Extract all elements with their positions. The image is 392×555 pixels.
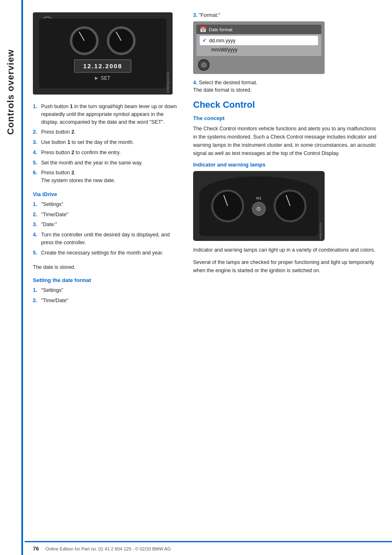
- step-text-1: Push button 1 in the turn signal/high be…: [41, 103, 181, 126]
- indicator-para2: Several of the lamps are checked for pro…: [193, 258, 380, 275]
- date-option-1: ✓ dd.mm.yyyy: [200, 36, 318, 45]
- step-text-6: Press button 2.The system stores the new…: [41, 169, 181, 185]
- idrive-num-2: 2.: [33, 211, 39, 219]
- setting-step-2: 2. "Time/Date": [33, 297, 181, 305]
- setting-num-1: 1.: [33, 287, 39, 294]
- engine-icon: ⚙: [256, 206, 261, 212]
- step-text-4: Press button 2 to confirm the entry.: [41, 149, 181, 157]
- the-concept-heading: The concept: [193, 115, 380, 121]
- idrive-num-5: 5.: [33, 249, 39, 257]
- step-num-1: 1.: [33, 103, 39, 126]
- date-stored-text: The date is stored.: [33, 263, 181, 271]
- main-steps-list: 1. Push button 1 in the turn signal/high…: [33, 103, 181, 185]
- calendar-icon: 📅: [200, 26, 206, 32]
- via-idrive-heading: Via iDrive: [33, 191, 181, 197]
- cluster-inner: M1 ⚙: [199, 176, 318, 236]
- checkmark-icon: ✓: [202, 37, 207, 44]
- date-display: 12.12.2008: [74, 59, 131, 73]
- setting-num-2: 2.: [33, 297, 39, 305]
- idrive-text-5: Create the necessary settings for the mo…: [41, 249, 181, 257]
- step-2: 2. Press button 2.: [33, 128, 181, 136]
- idrive-num-3: 3.: [33, 221, 39, 229]
- sidebar-accent: [21, 0, 23, 555]
- gauge-right: [107, 26, 136, 55]
- format-step: 3. "Format:": [193, 12, 380, 18]
- step-text-2: Press button 2.: [41, 128, 181, 136]
- date-option-2: mm/dd/yyyy: [200, 45, 318, 54]
- page-number: 76: [33, 546, 39, 552]
- setting-date-list: 1. "Settings" 2. "Time/Date": [33, 287, 181, 305]
- idrive-step-5: 5. Create the necessary settings for the…: [33, 249, 181, 257]
- idrive-step-2: 2. "Time/Date": [33, 211, 181, 219]
- cluster-image: M1 ⚙ mc0114a04: [193, 171, 325, 241]
- set-label: SET: [101, 75, 110, 81]
- format-step-label: "Format:": [199, 12, 220, 18]
- round-btn-inner: [201, 62, 206, 67]
- cluster-gauge-right: [274, 190, 307, 222]
- step-num-6: 6.: [33, 169, 39, 185]
- step-5: 5. Set the month and the year in the sam…: [33, 159, 181, 167]
- main-content: 12.12.2008 SET mc210849e4 1. Push button…: [25, 0, 392, 324]
- set-indicator: SET: [95, 75, 110, 81]
- gauge-left: [70, 26, 99, 55]
- step-4: 4. Press button 2 to confirm the entry.: [33, 149, 181, 157]
- cluster-center-icon: ⚙: [252, 202, 266, 216]
- step-text-5: Set the month and the year in the same w…: [41, 159, 181, 167]
- round-controller-btn: [198, 59, 210, 71]
- sidebar: Controls overview: [0, 0, 21, 555]
- setting-step-1: 1. "Settings": [33, 287, 181, 294]
- image-caption: mc210849e4: [166, 72, 170, 93]
- check-control-title: Check Control: [193, 99, 380, 110]
- dashboard-image: 12.12.2008 SET mc210849e4: [33, 12, 173, 95]
- footer: 76 Online Edition for Part no. 01 41 2 6…: [25, 541, 392, 555]
- indicator-para1: Indicator and warning lamps can light up…: [193, 246, 380, 254]
- cluster-image-caption: mc0114a04: [319, 222, 323, 240]
- cluster-gauge-left: [211, 190, 244, 222]
- footer-text: Online Edition for Part no. 01 41 2 604 …: [45, 546, 171, 551]
- step-3: 3. Use button 1 to set the day of the mo…: [33, 139, 181, 146]
- setting-text-1: "Settings": [41, 287, 181, 294]
- select-label: Select the desired format.: [199, 80, 257, 86]
- select-num: 4.: [193, 80, 197, 86]
- indicator-heading: Indicator and warning lamps: [193, 162, 380, 168]
- date-format-list: ✓ dd.mm.yyyy mm/dd/yyyy: [196, 34, 321, 56]
- step-num-3: 3.: [33, 139, 39, 146]
- step-num-4: 4.: [33, 149, 39, 157]
- idrive-step-4: 4. Turn the controller until the desired…: [33, 231, 181, 247]
- select-text: 4. Select the desired format.: [193, 80, 380, 86]
- stored-text: The date format is stored.: [193, 87, 380, 93]
- idrive-text-2: "Time/Date": [41, 211, 181, 219]
- format-step-num: 3.: [193, 12, 197, 18]
- date-format-screen: 📅 Date format ✓ dd.mm.yyyy mm/dd/yyyy: [193, 21, 325, 74]
- right-column: 3. "Format:" 📅 Date format ✓ dd.mm.yyyy …: [193, 12, 380, 311]
- idrive-step-3: 3. "Date:": [33, 221, 181, 229]
- date-option-2-label: mm/dd/yyyy: [211, 47, 238, 53]
- cluster-rpm-label: M1: [256, 196, 262, 200]
- idrive-num-4: 4.: [33, 231, 39, 247]
- idrive-text-4: Turn the controller until the desired da…: [41, 231, 181, 247]
- step-text-3: Use button 1 to set the day of the month…: [41, 139, 181, 146]
- setting-text-2: "Time/Date": [41, 297, 181, 305]
- step-num-5: 5.: [33, 159, 39, 167]
- sidebar-title: Controls overview: [5, 49, 16, 135]
- date-format-btn-area: [196, 59, 321, 71]
- via-idrive-list: 1. "Settings" 2. "Time/Date" 3. "Date:" …: [33, 201, 181, 257]
- gauge-row: [70, 26, 136, 55]
- idrive-num-1: 1.: [33, 201, 39, 208]
- dashboard-inner: 12.12.2008 SET: [39, 18, 166, 88]
- idrive-text-3: "Date:": [41, 221, 181, 229]
- the-concept-para: The Check Control monitors vehicle funct…: [193, 125, 380, 157]
- date-format-title: Date format: [209, 27, 232, 32]
- date-format-titlebar: 📅 Date format: [196, 25, 321, 34]
- cluster-center: M1 ⚙: [252, 196, 266, 216]
- date-option-1-label: dd.mm.yyyy: [209, 38, 235, 44]
- left-column: 12.12.2008 SET mc210849e4 1. Push button…: [33, 12, 181, 311]
- idrive-step-1: 1. "Settings": [33, 201, 181, 208]
- setting-date-heading: Setting the date format: [33, 277, 181, 283]
- step-6: 6. Press button 2.The system stores the …: [33, 169, 181, 185]
- idrive-text-1: "Settings": [41, 201, 181, 208]
- step-num-2: 2.: [33, 128, 39, 136]
- step-1: 1. Push button 1 in the turn signal/high…: [33, 103, 181, 126]
